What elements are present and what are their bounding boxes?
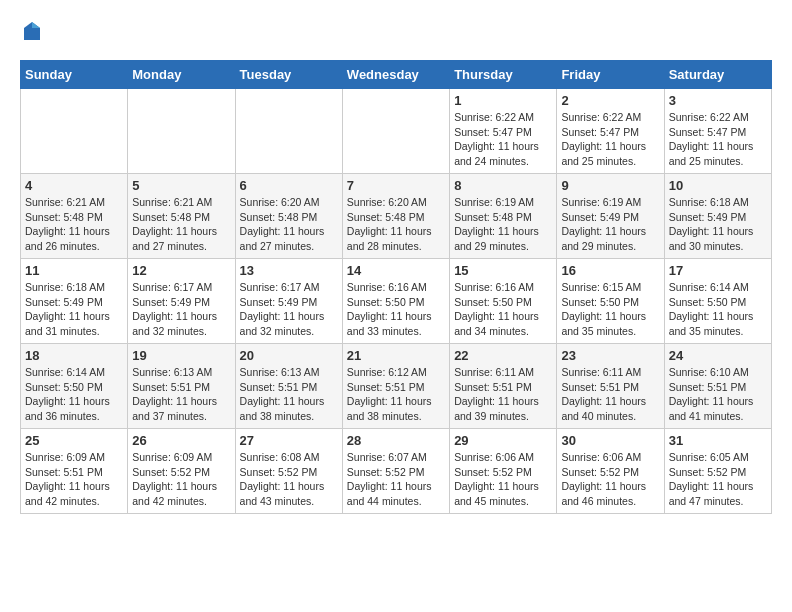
day-number: 3 — [669, 93, 767, 108]
calendar-cell: 24Sunrise: 6:10 AMSunset: 5:51 PMDayligh… — [664, 344, 771, 429]
day-number: 6 — [240, 178, 338, 193]
calendar-cell: 14Sunrise: 6:16 AMSunset: 5:50 PMDayligh… — [342, 259, 449, 344]
calendar-cell: 10Sunrise: 6:18 AMSunset: 5:49 PMDayligh… — [664, 174, 771, 259]
day-info: Sunrise: 6:14 AMSunset: 5:50 PMDaylight:… — [25, 365, 123, 424]
calendar-body: 1Sunrise: 6:22 AMSunset: 5:47 PMDaylight… — [21, 89, 772, 514]
day-info: Sunrise: 6:12 AMSunset: 5:51 PMDaylight:… — [347, 365, 445, 424]
day-number: 17 — [669, 263, 767, 278]
day-number: 27 — [240, 433, 338, 448]
day-number: 18 — [25, 348, 123, 363]
day-info: Sunrise: 6:22 AMSunset: 5:47 PMDaylight:… — [454, 110, 552, 169]
calendar-cell: 5Sunrise: 6:21 AMSunset: 5:48 PMDaylight… — [128, 174, 235, 259]
day-number: 29 — [454, 433, 552, 448]
calendar-cell: 21Sunrise: 6:12 AMSunset: 5:51 PMDayligh… — [342, 344, 449, 429]
calendar-cell: 28Sunrise: 6:07 AMSunset: 5:52 PMDayligh… — [342, 429, 449, 514]
day-number: 10 — [669, 178, 767, 193]
calendar-week-3: 11Sunrise: 6:18 AMSunset: 5:49 PMDayligh… — [21, 259, 772, 344]
day-number: 20 — [240, 348, 338, 363]
calendar-cell: 25Sunrise: 6:09 AMSunset: 5:51 PMDayligh… — [21, 429, 128, 514]
day-info: Sunrise: 6:17 AMSunset: 5:49 PMDaylight:… — [240, 280, 338, 339]
day-info: Sunrise: 6:17 AMSunset: 5:49 PMDaylight:… — [132, 280, 230, 339]
day-info: Sunrise: 6:05 AMSunset: 5:52 PMDaylight:… — [669, 450, 767, 509]
day-info: Sunrise: 6:18 AMSunset: 5:49 PMDaylight:… — [669, 195, 767, 254]
day-info: Sunrise: 6:22 AMSunset: 5:47 PMDaylight:… — [669, 110, 767, 169]
header-day-sunday: Sunday — [21, 61, 128, 89]
day-info: Sunrise: 6:21 AMSunset: 5:48 PMDaylight:… — [132, 195, 230, 254]
day-number: 12 — [132, 263, 230, 278]
day-number: 21 — [347, 348, 445, 363]
calendar-cell: 7Sunrise: 6:20 AMSunset: 5:48 PMDaylight… — [342, 174, 449, 259]
calendar-cell: 15Sunrise: 6:16 AMSunset: 5:50 PMDayligh… — [450, 259, 557, 344]
day-info: Sunrise: 6:19 AMSunset: 5:49 PMDaylight:… — [561, 195, 659, 254]
calendar-cell: 26Sunrise: 6:09 AMSunset: 5:52 PMDayligh… — [128, 429, 235, 514]
day-number: 13 — [240, 263, 338, 278]
day-info: Sunrise: 6:07 AMSunset: 5:52 PMDaylight:… — [347, 450, 445, 509]
calendar-cell: 23Sunrise: 6:11 AMSunset: 5:51 PMDayligh… — [557, 344, 664, 429]
calendar-cell: 2Sunrise: 6:22 AMSunset: 5:47 PMDaylight… — [557, 89, 664, 174]
day-number: 14 — [347, 263, 445, 278]
day-number: 15 — [454, 263, 552, 278]
day-info: Sunrise: 6:08 AMSunset: 5:52 PMDaylight:… — [240, 450, 338, 509]
calendar-week-1: 1Sunrise: 6:22 AMSunset: 5:47 PMDaylight… — [21, 89, 772, 174]
day-number: 23 — [561, 348, 659, 363]
day-info: Sunrise: 6:21 AMSunset: 5:48 PMDaylight:… — [25, 195, 123, 254]
calendar-week-2: 4Sunrise: 6:21 AMSunset: 5:48 PMDaylight… — [21, 174, 772, 259]
header-day-thursday: Thursday — [450, 61, 557, 89]
calendar-cell — [128, 89, 235, 174]
day-info: Sunrise: 6:09 AMSunset: 5:52 PMDaylight:… — [132, 450, 230, 509]
day-number: 4 — [25, 178, 123, 193]
calendar-table: SundayMondayTuesdayWednesdayThursdayFrid… — [20, 60, 772, 514]
day-number: 19 — [132, 348, 230, 363]
day-number: 28 — [347, 433, 445, 448]
day-number: 26 — [132, 433, 230, 448]
day-number: 11 — [25, 263, 123, 278]
calendar-cell: 12Sunrise: 6:17 AMSunset: 5:49 PMDayligh… — [128, 259, 235, 344]
calendar-cell: 17Sunrise: 6:14 AMSunset: 5:50 PMDayligh… — [664, 259, 771, 344]
calendar-cell: 29Sunrise: 6:06 AMSunset: 5:52 PMDayligh… — [450, 429, 557, 514]
header-row: SundayMondayTuesdayWednesdayThursdayFrid… — [21, 61, 772, 89]
day-info: Sunrise: 6:20 AMSunset: 5:48 PMDaylight:… — [347, 195, 445, 254]
day-number: 2 — [561, 93, 659, 108]
header-day-saturday: Saturday — [664, 61, 771, 89]
calendar-cell: 6Sunrise: 6:20 AMSunset: 5:48 PMDaylight… — [235, 174, 342, 259]
calendar-cell — [21, 89, 128, 174]
calendar-cell: 27Sunrise: 6:08 AMSunset: 5:52 PMDayligh… — [235, 429, 342, 514]
day-info: Sunrise: 6:11 AMSunset: 5:51 PMDaylight:… — [561, 365, 659, 424]
day-number: 31 — [669, 433, 767, 448]
calendar-cell: 22Sunrise: 6:11 AMSunset: 5:51 PMDayligh… — [450, 344, 557, 429]
calendar-cell: 16Sunrise: 6:15 AMSunset: 5:50 PMDayligh… — [557, 259, 664, 344]
calendar-cell: 1Sunrise: 6:22 AMSunset: 5:47 PMDaylight… — [450, 89, 557, 174]
calendar-cell: 11Sunrise: 6:18 AMSunset: 5:49 PMDayligh… — [21, 259, 128, 344]
day-info: Sunrise: 6:20 AMSunset: 5:48 PMDaylight:… — [240, 195, 338, 254]
day-number: 5 — [132, 178, 230, 193]
day-number: 25 — [25, 433, 123, 448]
day-info: Sunrise: 6:16 AMSunset: 5:50 PMDaylight:… — [454, 280, 552, 339]
day-info: Sunrise: 6:19 AMSunset: 5:48 PMDaylight:… — [454, 195, 552, 254]
day-info: Sunrise: 6:13 AMSunset: 5:51 PMDaylight:… — [240, 365, 338, 424]
day-info: Sunrise: 6:06 AMSunset: 5:52 PMDaylight:… — [561, 450, 659, 509]
calendar-cell: 4Sunrise: 6:21 AMSunset: 5:48 PMDaylight… — [21, 174, 128, 259]
day-number: 7 — [347, 178, 445, 193]
calendar-cell — [342, 89, 449, 174]
day-info: Sunrise: 6:13 AMSunset: 5:51 PMDaylight:… — [132, 365, 230, 424]
day-info: Sunrise: 6:14 AMSunset: 5:50 PMDaylight:… — [669, 280, 767, 339]
header-day-tuesday: Tuesday — [235, 61, 342, 89]
header-day-monday: Monday — [128, 61, 235, 89]
page-header — [20, 20, 772, 44]
calendar-cell: 30Sunrise: 6:06 AMSunset: 5:52 PMDayligh… — [557, 429, 664, 514]
day-number: 22 — [454, 348, 552, 363]
day-info: Sunrise: 6:22 AMSunset: 5:47 PMDaylight:… — [561, 110, 659, 169]
logo — [20, 20, 48, 44]
calendar-week-5: 25Sunrise: 6:09 AMSunset: 5:51 PMDayligh… — [21, 429, 772, 514]
calendar-header: SundayMondayTuesdayWednesdayThursdayFrid… — [21, 61, 772, 89]
logo-icon — [20, 20, 44, 44]
day-info: Sunrise: 6:18 AMSunset: 5:49 PMDaylight:… — [25, 280, 123, 339]
calendar-cell: 8Sunrise: 6:19 AMSunset: 5:48 PMDaylight… — [450, 174, 557, 259]
day-number: 9 — [561, 178, 659, 193]
calendar-cell: 31Sunrise: 6:05 AMSunset: 5:52 PMDayligh… — [664, 429, 771, 514]
day-number: 8 — [454, 178, 552, 193]
header-day-friday: Friday — [557, 61, 664, 89]
calendar-cell: 20Sunrise: 6:13 AMSunset: 5:51 PMDayligh… — [235, 344, 342, 429]
calendar-cell: 9Sunrise: 6:19 AMSunset: 5:49 PMDaylight… — [557, 174, 664, 259]
day-info: Sunrise: 6:11 AMSunset: 5:51 PMDaylight:… — [454, 365, 552, 424]
